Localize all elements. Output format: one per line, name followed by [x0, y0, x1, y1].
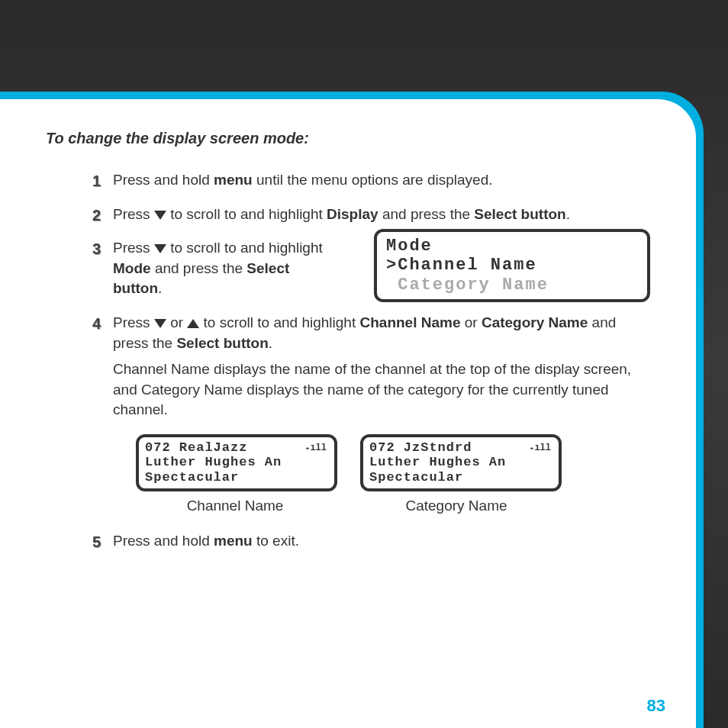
step-2: 2 Press to scroll to and highlight Displ…	[85, 205, 650, 225]
down-arrow-icon	[154, 244, 166, 253]
down-arrow-icon	[154, 211, 166, 220]
explanation-text: Channel Name displays the name of the ch…	[113, 359, 650, 420]
caption-category-name: Category Name	[357, 496, 556, 517]
manual-page: To change the display screen mode: Mode …	[0, 99, 696, 728]
step-5: 5 Press and hold menu to exit.	[85, 531, 650, 552]
step-text: to scroll to and highlight	[199, 314, 359, 330]
step-text: or	[460, 314, 481, 330]
step-text: .	[269, 335, 272, 351]
step-text: until the menu options are displayed.	[253, 172, 493, 188]
select-button-keyword: Select button	[474, 206, 565, 222]
signal-icon: ₊ıll	[304, 443, 327, 454]
lcd-line2: Luther Hughes An	[369, 455, 506, 469]
step-text: Press	[113, 314, 154, 330]
step-text: to scroll to and highlight	[166, 206, 327, 222]
up-arrow-icon	[187, 319, 199, 328]
step-text: to exit.	[253, 533, 299, 549]
category-name-keyword: Category Name	[482, 314, 588, 330]
step-text: or	[166, 314, 187, 330]
step-text: and press the	[378, 206, 475, 222]
step-number: 3	[85, 238, 101, 259]
caption-row: Channel Name Category Name	[136, 496, 650, 517]
step-number: 1	[85, 170, 101, 192]
step-text: Press	[113, 206, 154, 222]
instruction-list: 1 Press and hold menu until the menu opt…	[85, 170, 650, 552]
lcd-line3: Spectacular	[369, 470, 463, 485]
section-heading: To change the display screen mode:	[46, 130, 650, 147]
step-text: to scroll to and highlight	[166, 240, 323, 256]
lcd-line2: Luther Hughes An	[145, 455, 282, 469]
step-text: and press the	[151, 260, 247, 276]
step-3: 3 Press to scroll to and highlight Mode …	[85, 238, 650, 299]
down-arrow-icon	[154, 319, 166, 328]
lcd-category-name-example: ₊ıll072 JzStndrd Luther Hughes An Specta…	[360, 434, 562, 491]
channel-name-keyword: Channel Name	[360, 314, 461, 330]
lcd-channel-name-example: ₊ıll072 RealJazz Luther Hughes An Specta…	[136, 434, 337, 491]
signal-icon: ₊ıll	[529, 443, 551, 454]
menu-keyword: menu	[214, 172, 253, 188]
lcd-line3: Spectacular	[145, 470, 239, 485]
step-text: Press and hold	[113, 533, 214, 549]
step-number: 2	[85, 205, 101, 226]
caption-channel-name: Channel Name	[136, 496, 334, 517]
lcd-line1: 072 RealJazz	[145, 440, 247, 455]
select-button-keyword: Select button	[176, 335, 268, 351]
step-text: .	[566, 206, 570, 222]
step-text: Press	[113, 240, 154, 256]
step-text: .	[158, 280, 162, 296]
step-3-wrap: Press to scroll to and highlight Mode an…	[113, 238, 342, 299]
display-keyword: Display	[327, 206, 378, 222]
mode-keyword: Mode	[113, 260, 151, 276]
step-number: 4	[85, 313, 101, 334]
step-4: 4 Press or to scroll to and highlight Ch…	[85, 313, 650, 516]
menu-keyword: menu	[214, 533, 253, 549]
page-number: 83	[647, 696, 665, 716]
step-1: 1 Press and hold menu until the menu opt…	[85, 170, 650, 191]
lcd-line1: 072 JzStndrd	[369, 440, 472, 455]
lcd-examples-row: ₊ıll072 RealJazz Luther Hughes An Specta…	[136, 434, 650, 491]
step-text: Press and hold	[113, 172, 214, 188]
step-number: 5	[85, 531, 101, 552]
